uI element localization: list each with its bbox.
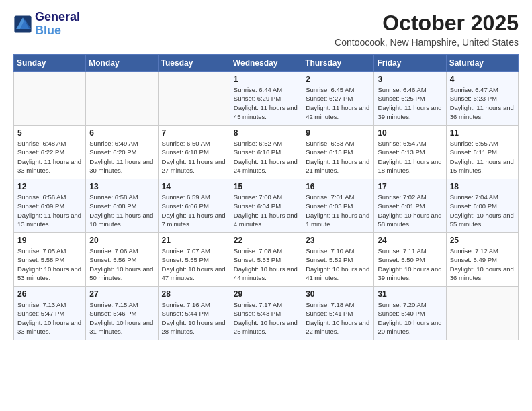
calendar-cell — [14, 72, 86, 126]
calendar-cell — [446, 287, 518, 340]
calendar-cell: 26Sunrise: 7:13 AM Sunset: 5:47 PM Dayli… — [14, 287, 86, 340]
day-info: Sunrise: 7:02 AM Sunset: 6:01 PM Dayligh… — [378, 193, 442, 228]
calendar-week-0: 1Sunrise: 6:44 AM Sunset: 6:29 PM Daylig… — [14, 72, 519, 126]
calendar-cell: 8Sunrise: 6:52 AM Sunset: 6:16 PM Daylig… — [230, 126, 302, 179]
day-info: Sunrise: 6:50 AM Sunset: 6:18 PM Dayligh… — [162, 139, 226, 175]
day-info: Sunrise: 6:55 AM Sunset: 6:11 PM Dayligh… — [450, 139, 515, 175]
calendar-cell: 9Sunrise: 6:53 AM Sunset: 6:15 PM Daylig… — [302, 126, 374, 179]
day-info: Sunrise: 6:47 AM Sunset: 6:23 PM Dayligh… — [450, 85, 515, 121]
calendar-cell: 7Sunrise: 6:50 AM Sunset: 6:18 PM Daylig… — [158, 126, 230, 179]
day-number: 6 — [89, 128, 154, 138]
day-header-wednesday: Wednesday — [230, 55, 302, 72]
day-info: Sunrise: 6:56 AM Sunset: 6:09 PM Dayligh… — [17, 193, 82, 228]
calendar-cell: 3Sunrise: 6:46 AM Sunset: 6:25 PM Daylig… — [374, 72, 446, 126]
calendar-week-2: 12Sunrise: 6:56 AM Sunset: 6:09 PM Dayli… — [14, 179, 519, 233]
day-info: Sunrise: 7:20 AM Sunset: 5:40 PM Dayligh… — [378, 300, 442, 336]
day-number: 1 — [234, 75, 298, 84]
calendar-week-1: 5Sunrise: 6:48 AM Sunset: 6:22 PM Daylig… — [14, 126, 519, 179]
day-info: Sunrise: 6:54 AM Sunset: 6:13 PM Dayligh… — [378, 139, 442, 175]
day-info: Sunrise: 6:53 AM Sunset: 6:15 PM Dayligh… — [306, 139, 370, 175]
calendar-cell: 19Sunrise: 7:05 AM Sunset: 5:58 PM Dayli… — [14, 233, 86, 287]
calendar-cell: 11Sunrise: 6:55 AM Sunset: 6:11 PM Dayli… — [446, 126, 518, 179]
day-number: 12 — [17, 182, 82, 191]
day-number: 10 — [378, 128, 442, 138]
day-info: Sunrise: 7:08 AM Sunset: 5:53 PM Dayligh… — [234, 246, 298, 282]
day-info: Sunrise: 7:17 AM Sunset: 5:43 PM Dayligh… — [234, 300, 298, 336]
day-number: 9 — [306, 128, 370, 138]
day-info: Sunrise: 7:18 AM Sunset: 5:41 PM Dayligh… — [306, 300, 370, 336]
calendar-week-4: 26Sunrise: 7:13 AM Sunset: 5:47 PM Dayli… — [14, 287, 519, 340]
calendar-cell: 6Sunrise: 6:49 AM Sunset: 6:20 PM Daylig… — [86, 126, 158, 179]
day-info: Sunrise: 7:05 AM Sunset: 5:58 PM Dayligh… — [17, 246, 82, 282]
day-info: Sunrise: 6:52 AM Sunset: 6:16 PM Dayligh… — [234, 139, 298, 175]
day-number: 8 — [234, 128, 298, 138]
day-info: Sunrise: 7:06 AM Sunset: 5:56 PM Dayligh… — [89, 246, 154, 282]
calendar-cell: 30Sunrise: 7:18 AM Sunset: 5:41 PM Dayli… — [302, 287, 374, 340]
day-number: 7 — [162, 128, 226, 138]
day-number: 21 — [162, 236, 226, 245]
day-info: Sunrise: 6:58 AM Sunset: 6:08 PM Dayligh… — [89, 193, 154, 228]
day-number: 27 — [89, 289, 154, 299]
calendar-cell: 27Sunrise: 7:15 AM Sunset: 5:46 PM Dayli… — [86, 287, 158, 340]
day-info: Sunrise: 6:48 AM Sunset: 6:22 PM Dayligh… — [17, 139, 82, 175]
day-number: 14 — [162, 182, 226, 191]
day-number: 16 — [306, 182, 370, 191]
calendar-cell: 31Sunrise: 7:20 AM Sunset: 5:40 PM Dayli… — [374, 287, 446, 340]
calendar-week-3: 19Sunrise: 7:05 AM Sunset: 5:58 PM Dayli… — [14, 233, 519, 287]
day-number: 4 — [450, 75, 515, 84]
day-number: 15 — [234, 182, 298, 191]
calendar-cell: 29Sunrise: 7:17 AM Sunset: 5:43 PM Dayli… — [230, 287, 302, 340]
day-number: 5 — [17, 128, 82, 138]
day-number: 25 — [450, 236, 515, 245]
day-number: 2 — [306, 75, 370, 84]
day-number: 30 — [306, 289, 370, 299]
logo: General Blue — [13, 11, 80, 38]
day-info: Sunrise: 7:00 AM Sunset: 6:04 PM Dayligh… — [234, 193, 298, 228]
calendar-cell: 17Sunrise: 7:02 AM Sunset: 6:01 PM Dayli… — [374, 179, 446, 233]
day-info: Sunrise: 6:44 AM Sunset: 6:29 PM Dayligh… — [234, 85, 298, 121]
header: General Blue October 2025 Contoocook, Ne… — [13, 11, 519, 48]
calendar-cell: 15Sunrise: 7:00 AM Sunset: 6:04 PM Dayli… — [230, 179, 302, 233]
day-header-friday: Friday — [374, 55, 446, 72]
day-info: Sunrise: 6:49 AM Sunset: 6:20 PM Dayligh… — [89, 139, 154, 175]
day-number: 13 — [89, 182, 154, 191]
day-number: 18 — [450, 182, 515, 191]
day-number: 19 — [17, 236, 82, 245]
day-number: 29 — [234, 289, 298, 299]
calendar-cell: 12Sunrise: 6:56 AM Sunset: 6:09 PM Dayli… — [14, 179, 86, 233]
calendar-header-row: SundayMondayTuesdayWednesdayThursdayFrid… — [14, 55, 519, 72]
day-header-thursday: Thursday — [302, 55, 374, 72]
calendar-cell: 24Sunrise: 7:11 AM Sunset: 5:50 PM Dayli… — [374, 233, 446, 287]
day-header-saturday: Saturday — [446, 55, 518, 72]
day-info: Sunrise: 7:01 AM Sunset: 6:03 PM Dayligh… — [306, 193, 370, 228]
calendar-cell: 2Sunrise: 6:45 AM Sunset: 6:27 PM Daylig… — [302, 72, 374, 126]
day-info: Sunrise: 7:13 AM Sunset: 5:47 PM Dayligh… — [17, 300, 82, 336]
day-number: 22 — [234, 236, 298, 245]
day-info: Sunrise: 7:04 AM Sunset: 6:00 PM Dayligh… — [450, 193, 515, 228]
logo-icon — [13, 15, 32, 34]
day-header-tuesday: Tuesday — [158, 55, 230, 72]
day-number: 20 — [89, 236, 154, 245]
logo-line1: General — [35, 11, 80, 24]
logo-line2: Blue — [35, 24, 80, 38]
day-number: 31 — [378, 289, 442, 299]
day-number: 26 — [17, 289, 82, 299]
day-info: Sunrise: 7:11 AM Sunset: 5:50 PM Dayligh… — [378, 246, 442, 282]
day-info: Sunrise: 7:12 AM Sunset: 5:49 PM Dayligh… — [450, 246, 515, 282]
day-info: Sunrise: 7:16 AM Sunset: 5:44 PM Dayligh… — [162, 300, 226, 336]
calendar-cell: 21Sunrise: 7:07 AM Sunset: 5:55 PM Dayli… — [158, 233, 230, 287]
calendar-cell: 16Sunrise: 7:01 AM Sunset: 6:03 PM Dayli… — [302, 179, 374, 233]
day-info: Sunrise: 6:46 AM Sunset: 6:25 PM Dayligh… — [378, 85, 442, 121]
calendar-cell: 18Sunrise: 7:04 AM Sunset: 6:00 PM Dayli… — [446, 179, 518, 233]
day-header-monday: Monday — [86, 55, 158, 72]
day-header-sunday: Sunday — [14, 55, 86, 72]
day-number: 28 — [162, 289, 226, 299]
day-number: 3 — [378, 75, 442, 84]
page: General Blue October 2025 Contoocook, Ne… — [0, 0, 532, 351]
calendar-cell: 14Sunrise: 6:59 AM Sunset: 6:06 PM Dayli… — [158, 179, 230, 233]
calendar-cell: 4Sunrise: 6:47 AM Sunset: 6:23 PM Daylig… — [446, 72, 518, 126]
calendar-cell: 22Sunrise: 7:08 AM Sunset: 5:53 PM Dayli… — [230, 233, 302, 287]
day-info: Sunrise: 7:15 AM Sunset: 5:46 PM Dayligh… — [89, 300, 154, 336]
day-number: 24 — [378, 236, 442, 245]
day-info: Sunrise: 6:59 AM Sunset: 6:06 PM Dayligh… — [162, 193, 226, 228]
